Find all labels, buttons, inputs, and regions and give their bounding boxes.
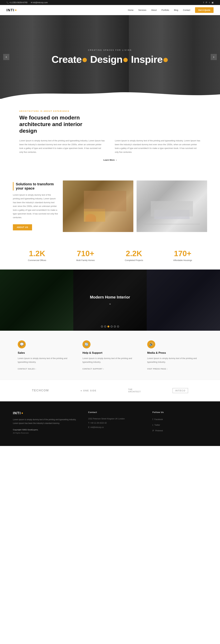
showcase-dot-2[interactable]	[104, 326, 106, 328]
phone-icon: 📞	[6, 2, 9, 4]
nav-contact[interactable]: Contact	[183, 9, 190, 11]
learn-more-arrow: ›	[116, 159, 116, 161]
footer-pinterest[interactable]: P Pinterest	[152, 428, 207, 434]
learn-more-link[interactable]: Learn More ›	[19, 159, 201, 161]
nav-blog[interactable]: Blog	[174, 9, 178, 11]
instagram-icon[interactable]: ▣	[212, 1, 214, 4]
sales-desc: Lorem Ipsum is simply dummy text of the …	[18, 356, 73, 364]
service-media: 🔊 Media & Press Lorem Ipsum is simply du…	[146, 340, 204, 370]
showcase-dot-1[interactable]	[101, 326, 103, 328]
services-section: 💬 Sales Lorem Ipsum is simply dummy text…	[0, 331, 220, 380]
twitter-footer-icon: t	[152, 422, 153, 428]
solutions-section: Solutions to transform your space Lorem …	[0, 171, 220, 242]
hero-word-3: Inspire	[131, 54, 162, 65]
nav-links: Home Services About Portfolio Blog Conta…	[128, 7, 214, 13]
sales-icon: 💬	[18, 340, 26, 348]
showcase-dot-6[interactable]	[117, 326, 119, 328]
pinterest-footer-icon: P	[152, 428, 154, 434]
solutions-images	[63, 180, 207, 232]
solutions-title: Solutions to transform your space	[13, 182, 58, 190]
footer-social-links: f Facebook t Twitter P Pinterest	[152, 417, 207, 434]
nav-about[interactable]: About	[151, 9, 157, 11]
phone-number: +1-2353-56354-8765	[9, 2, 28, 4]
facebook-footer-icon: f	[152, 417, 153, 422]
get-quote-button[interactable]: Get A Quote	[195, 7, 214, 13]
email-icon: ✉	[31, 2, 32, 4]
facebook-icon[interactable]: f	[203, 1, 204, 4]
hero-next-button[interactable]: ›	[211, 54, 217, 60]
contact-sales-link[interactable]: CONTACT SALES ›	[18, 368, 36, 370]
footer-logo-dot	[22, 412, 23, 414]
solutions-image-1	[63, 180, 133, 232]
footer-follow-col: Follow Us f Facebook t Twitter P Pintere…	[152, 411, 207, 435]
stat-completed-label: Completed Projects	[125, 259, 143, 262]
solutions-text: Solutions to transform your space Lorem …	[13, 180, 58, 232]
footer-grid: INTI Lorem Ipsum is simply dummy text of…	[13, 411, 207, 435]
stat-multifamily-label: Multi Family Homes	[76, 259, 95, 262]
stat-commercial-label: Commercial Offices	[28, 259, 46, 262]
support-icon: 🔄	[82, 340, 90, 348]
footer-twitter[interactable]: t Twitter	[152, 422, 207, 428]
footer-copyright: Copyright ©2021 GoodLayers. All Rights R…	[13, 428, 78, 435]
footer-facebook[interactable]: f Facebook	[152, 417, 207, 422]
nav-services[interactable]: Services	[138, 9, 146, 11]
partners-section: TECHCOM ● ONE SIDE THEARCHITECT inteco	[0, 380, 220, 401]
contact-support-link[interactable]: CONTACT SUPPORT ›	[82, 368, 104, 370]
phone-info: 📞 +1-2353-56354-8765	[6, 2, 28, 4]
stat-multifamily: 710+ Multi Family Homes	[76, 250, 95, 262]
facebook-label: Facebook	[154, 417, 163, 422]
footer-copyright-line2: All Rights Reserved.	[13, 432, 78, 435]
stat-multifamily-number: 710+	[76, 250, 95, 258]
partner-techcom: TECHCOM	[32, 389, 49, 392]
pinterest-icon[interactable]: P	[206, 1, 207, 4]
showcase-overlay: Modern Home Interior ⌄	[0, 270, 220, 331]
hero-subtitle: CREATING SPACES FOR LIVING	[52, 49, 168, 51]
stat-completed: 2.2K Completed Projects	[125, 250, 143, 262]
logo-text: INTI	[6, 8, 14, 12]
visit-press-link[interactable]: VISIT PRESS PAGE ›	[147, 368, 168, 370]
stats-section: 1.2K Commercial Offices 710+ Multi Famil…	[0, 242, 220, 270]
logo[interactable]: INTI	[6, 8, 16, 12]
footer-email: E: inti@inticorp.co	[88, 425, 143, 430]
logo-dot	[15, 10, 16, 11]
email-address: inti@inticorp.com	[33, 2, 48, 4]
footer-address: 2332 Peterson Street Kingston UK London	[88, 417, 143, 421]
footer-logo-text: INTI	[13, 411, 21, 415]
showcase-dot-5[interactable]	[114, 326, 116, 328]
nav-portfolio[interactable]: Portfolio	[162, 9, 169, 11]
media-icon: 🔊	[147, 340, 155, 348]
media-name: Media & Press	[147, 351, 202, 354]
about-us-button[interactable]: ABOUT US	[13, 224, 32, 230]
showcase-title: Modern Home Interior	[90, 295, 130, 300]
solutions-desc: Lorem Ipsum is simply dummy text of the …	[13, 193, 58, 220]
support-name: Help & Support	[82, 351, 138, 354]
solutions-image-2	[136, 180, 207, 232]
footer-copyright-line1: Copyright ©2021 GoodLayers.	[13, 429, 38, 431]
stat-affordable-number: 170+	[173, 250, 192, 258]
showcase-dot-3[interactable]	[108, 326, 109, 328]
service-support: 🔄 Help & Support Lorem Ipsum is simply d…	[81, 340, 139, 370]
footer-phone: T: +44 11-34-4222-32	[88, 421, 143, 425]
twitter-icon[interactable]: t	[209, 1, 210, 4]
media-desc: Lorem Ipsum is simply dummy text of the …	[147, 356, 202, 364]
sales-name: Sales	[18, 351, 73, 354]
hero-prev-button[interactable]: ‹	[3, 54, 9, 60]
footer-logo: INTI	[13, 411, 78, 415]
hero-dot-1: ●	[82, 54, 88, 65]
showcase-dot-4[interactable]	[111, 326, 112, 328]
service-sales: 💬 Sales Lorem Ipsum is simply dummy text…	[16, 340, 74, 370]
social-icons: f P t ▣	[203, 1, 214, 4]
nav-home[interactable]: Home	[128, 9, 134, 11]
partner-inteco: inteco	[172, 388, 188, 393]
hero-dot-2: ●	[122, 54, 128, 65]
showcase-down-arrow[interactable]: ⌄	[109, 302, 112, 305]
top-bar-contact: 📞 +1-2353-56354-8765 ✉ inti@inticorp.com	[6, 2, 48, 4]
arch-tag: ARCHITECTURE IS ABOUT EXPERIENCE	[19, 110, 201, 112]
arch-col-2: Lorem Ipsum is simply dummy text of the …	[115, 139, 201, 154]
showcase-section: Modern Home Interior ⌄	[0, 270, 220, 331]
stat-completed-number: 2.2K	[125, 250, 143, 258]
hero-dot-3: ●	[162, 54, 168, 65]
pinterest-label: Pinterest	[155, 428, 163, 433]
stat-commercial-number: 1.2K	[28, 250, 46, 258]
footer-contact-title: Contact	[88, 411, 143, 414]
